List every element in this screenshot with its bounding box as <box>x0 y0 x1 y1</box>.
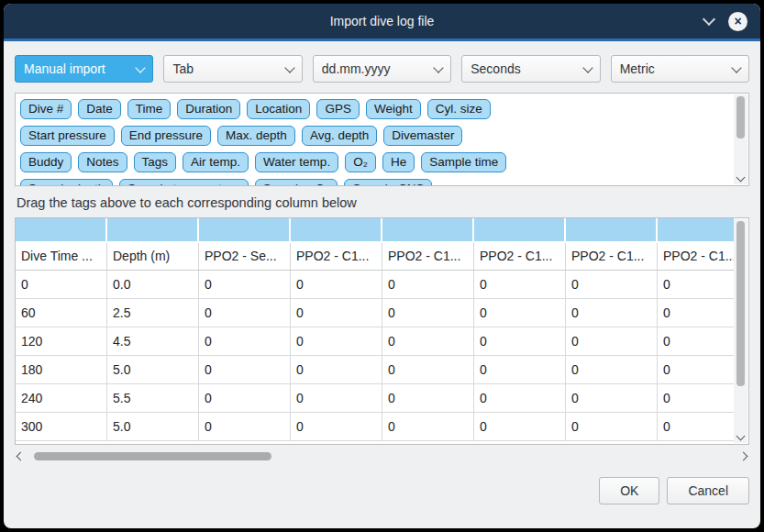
table-cell: 0 <box>382 299 474 327</box>
column-header: PPO2 - C1... <box>291 243 382 270</box>
tag-chip[interactable]: Sample temperature <box>119 179 248 185</box>
table-cell: 0 <box>382 327 474 355</box>
table-header-row: Dive Time ...Depth (m)PPO2 - Se...PPO2 -… <box>16 243 734 271</box>
column-drop-target[interactable] <box>474 218 566 241</box>
table-body: 00.0000000602.50000001204.50000001805.00… <box>16 271 734 441</box>
tag-chip[interactable]: Avg. depth <box>302 126 377 146</box>
tag-chip[interactable]: Max. depth <box>217 126 295 146</box>
table-cell: 0 <box>291 271 382 298</box>
date-format-select[interactable]: dd.mm.yyyy <box>313 55 451 83</box>
horizontal-scrollbar[interactable] <box>15 449 749 463</box>
table-cell: 0 <box>658 327 734 355</box>
window-title: Import dive log file <box>4 14 760 28</box>
chevron-right-icon[interactable] <box>739 452 748 461</box>
column-header: PPO2 - C1... <box>658 243 734 270</box>
tag-chip[interactable]: Duration <box>177 99 240 119</box>
field-separator-select[interactable]: Tab <box>163 55 302 83</box>
table-cell: 0 <box>382 413 474 440</box>
chevron-down-icon[interactable] <box>736 432 746 441</box>
import-mode-select[interactable]: Manual import <box>15 55 153 83</box>
table-cell: 300 <box>16 413 107 440</box>
tag-chip[interactable]: Air temp. <box>183 152 249 172</box>
tag-pool: Dive #DateTimeDurationLocationGPSWeightC… <box>16 94 748 185</box>
table-cell: 0 <box>658 384 734 412</box>
dialog-content: Manual import Tab dd.mm.yyyy Seconds Met… <box>4 41 760 528</box>
tag-chip[interactable]: Dive # <box>20 99 72 119</box>
chevron-down-icon <box>284 62 294 72</box>
unit-system-value: Metric <box>620 61 655 76</box>
ok-button[interactable]: OK <box>599 477 659 504</box>
titlebar[interactable]: Import dive log file × <box>4 4 760 41</box>
table-cell: 0 <box>566 384 658 412</box>
tag-chip[interactable]: Weight <box>366 99 421 119</box>
scrollbar-handle[interactable] <box>34 452 271 460</box>
chevron-down-icon[interactable] <box>736 173 746 183</box>
combo-row: Manual import Tab dd.mm.yyyy Seconds Met… <box>15 55 749 83</box>
scrollbar-handle[interactable] <box>736 221 745 386</box>
tag-chip[interactable]: Sample depth <box>20 179 113 185</box>
tag-chip[interactable]: He <box>382 152 415 172</box>
tag-chip[interactable]: Notes <box>78 152 127 172</box>
table-cell: 0 <box>566 299 658 327</box>
table-cell: 0 <box>291 384 382 412</box>
table-cell: 0 <box>382 271 474 298</box>
table-scrollbar[interactable] <box>734 219 747 443</box>
scrollbar-handle[interactable] <box>736 96 745 139</box>
column-drop-target[interactable] <box>199 218 291 241</box>
table-cell: 0 <box>199 327 291 355</box>
column-drop-target[interactable] <box>291 218 382 241</box>
scrollbar-track[interactable] <box>32 452 732 460</box>
unit-system-select[interactable]: Metric <box>611 55 749 83</box>
table-cell: 0 <box>291 413 382 440</box>
close-icon[interactable]: × <box>728 12 747 31</box>
column-drop-target[interactable] <box>566 218 658 241</box>
table-cell: 0 <box>566 413 658 440</box>
tag-chip[interactable]: Sample CNS <box>344 179 432 185</box>
table-cell: 0 <box>199 271 291 298</box>
table-cell: 5.5 <box>107 384 199 412</box>
table-cell: 0 <box>474 356 566 383</box>
button-row: OK Cancel <box>15 477 749 504</box>
column-header: PPO2 - C1... <box>474 243 566 270</box>
tag-chip[interactable]: Date <box>78 99 121 119</box>
table-cell: 0 <box>382 384 474 412</box>
table-row: 1204.5000000 <box>16 327 734 356</box>
tag-chip[interactable]: Time <box>127 99 172 119</box>
chevron-down-icon[interactable] <box>703 13 715 26</box>
column-drop-target[interactable] <box>16 218 107 241</box>
table-row: 1805.0000000 <box>16 356 734 384</box>
tag-chip[interactable]: Start pressure <box>20 126 115 146</box>
tag-chip[interactable]: Buddy <box>20 152 72 172</box>
import-dialog: Import dive log file × Manual import Tab… <box>4 4 760 528</box>
chevron-down-icon <box>731 62 741 72</box>
tag-chip[interactable]: Location <box>247 99 310 119</box>
table-cell: 0 <box>658 299 734 327</box>
table-cell: 0 <box>16 271 107 298</box>
column-drop-target[interactable] <box>107 218 199 241</box>
tag-chip[interactable]: Tags <box>134 152 177 172</box>
tag-pool-panel: Dive #DateTimeDurationLocationGPSWeightC… <box>15 93 749 186</box>
tag-chip[interactable]: Divemaster <box>383 126 462 146</box>
tag-chip[interactable]: GPS <box>316 99 360 119</box>
column-drop-target[interactable] <box>382 218 474 241</box>
tag-chip[interactable]: O₂ <box>345 152 376 172</box>
tag-chip[interactable]: Sample time <box>421 152 506 172</box>
tag-chip[interactable]: Sample pO₂ <box>255 179 338 185</box>
tag-chip[interactable]: Water temp. <box>255 152 338 172</box>
table-cell: 0 <box>199 356 291 383</box>
column-drop-target[interactable] <box>658 218 734 241</box>
tag-chip[interactable]: Cyl. size <box>427 99 491 119</box>
cancel-button[interactable]: Cancel <box>667 477 749 504</box>
chevron-down-icon <box>582 62 592 72</box>
table-cell: 0 <box>291 356 382 383</box>
chevron-left-icon[interactable] <box>17 452 26 461</box>
time-unit-select[interactable]: Seconds <box>461 55 600 83</box>
table-cell: 0 <box>566 271 658 298</box>
screen: { "window": { "title": "Import dive log … <box>0 0 764 532</box>
chevron-down-icon <box>434 62 444 72</box>
table-cell: 0 <box>199 384 291 412</box>
tag-chip[interactable]: End pressure <box>121 126 211 146</box>
tag-row: Sample depthSample temperatureSample pO₂… <box>20 179 728 185</box>
tag-pool-scrollbar[interactable] <box>734 94 747 184</box>
table-cell: 0 <box>658 356 734 383</box>
